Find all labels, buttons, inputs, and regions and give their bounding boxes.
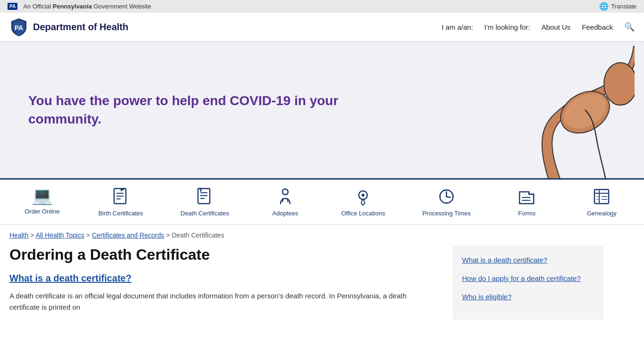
birth-cert-icon: [111, 187, 130, 206]
body-text: A death certificate is an official legal…: [9, 290, 438, 313]
main-content: Ordering a Death Certificate What is a d…: [0, 246, 613, 329]
nav-i-am-an[interactable]: I am a/an:: [442, 23, 473, 31]
sidebar: What is a death certificate? How do I ap…: [453, 246, 603, 320]
nav-adoptees-label: Adoptees: [272, 210, 298, 217]
gov-banner: PA An Official Pennsylvania Government W…: [0, 0, 644, 13]
genealogy-icon: [592, 187, 611, 206]
processing-times-icon: [437, 187, 456, 206]
nav-feedback[interactable]: Feedback: [582, 23, 613, 31]
nav-looking-for[interactable]: I'm looking for:: [484, 23, 530, 31]
nav-death-certificates-label: Death Certificates: [181, 210, 229, 217]
arm-svg: [512, 41, 635, 178]
nav-forms-label: Forms: [518, 210, 536, 217]
nav-processing-times[interactable]: Processing Times: [422, 187, 471, 217]
nav-processing-times-label: Processing Times: [422, 210, 471, 217]
logo-area: PA Department of Health: [9, 17, 128, 36]
nav-order-online-label: Order Online: [25, 208, 59, 215]
forms-icon: [517, 187, 536, 206]
breadcrumb: Health > All Health Topics > Certificate…: [0, 225, 644, 246]
hero-banner: You have the power to help end COVID-19 …: [0, 41, 644, 178]
office-locations-icon: [354, 187, 372, 206]
nav-order-online[interactable]: 💻 Order Online: [23, 187, 61, 217]
page-title: Ordering a Death Certificate: [9, 246, 438, 263]
sidebar-link-how-to-apply[interactable]: How do I apply for a death certificate?: [462, 273, 594, 283]
svg-line-19: [446, 197, 450, 197]
nav-death-certificates[interactable]: Death Certificates: [181, 187, 229, 217]
main-nav: I am a/an: I'm looking for: About Us Fee…: [442, 22, 635, 32]
order-online-icon: 💻: [32, 187, 53, 204]
svg-text:PA: PA: [15, 24, 23, 32]
nav-genealogy[interactable]: Genealogy: [583, 187, 620, 217]
pa-shield-logo: PA: [9, 17, 28, 36]
globe-icon: 🌐: [599, 2, 609, 11]
svg-point-16: [362, 194, 364, 197]
hero-image: [512, 41, 644, 178]
pa-icon: PA: [8, 3, 17, 10]
sidebar-link-what-is[interactable]: What is a death certificate?: [462, 255, 594, 265]
site-header: PA Department of Health I am a/an: I'm l…: [0, 13, 644, 41]
translate-link[interactable]: 🌐 Translate: [599, 2, 636, 11]
nav-birth-certificates[interactable]: Birth Certificates: [98, 187, 143, 217]
sidebar-link-who-is-eligible[interactable]: Who is eligible?: [462, 292, 594, 302]
breadcrumb-current: Death Certificates: [172, 231, 224, 239]
search-icon[interactable]: 🔍: [624, 22, 635, 32]
section-heading: What is a death certificate?: [9, 273, 438, 284]
breadcrumb-health[interactable]: Health: [9, 231, 28, 239]
nav-genealogy-label: Genealogy: [587, 210, 617, 217]
nav-birth-certificates-label: Birth Certificates: [98, 210, 143, 217]
svg-point-12: [282, 189, 288, 195]
icon-nav: 💻 Order Online Birth Certificates Death …: [0, 178, 644, 225]
nav-forms[interactable]: Forms: [508, 187, 545, 217]
banner-text: An Official Pennsylvania Government Webs…: [23, 3, 151, 10]
death-cert-icon: [195, 187, 214, 206]
translate-label: Translate: [611, 3, 636, 10]
breadcrumb-all-health-topics[interactable]: All Health Topics: [36, 231, 84, 239]
content-area: Ordering a Death Certificate What is a d…: [9, 246, 453, 320]
hero-text: You have the power to help end COVID-19 …: [28, 91, 358, 128]
breadcrumb-certificates-records[interactable]: Certificates and Records: [92, 231, 164, 239]
nav-about-us[interactable]: About Us: [541, 23, 570, 31]
nav-office-locations[interactable]: Office Locations: [341, 187, 385, 217]
nav-office-locations-label: Office Locations: [341, 210, 385, 217]
svg-point-3: [604, 63, 635, 105]
nav-adoptees[interactable]: Adoptees: [266, 187, 304, 217]
adoptees-icon: [276, 187, 295, 206]
dept-name: Department of Health: [33, 22, 128, 33]
